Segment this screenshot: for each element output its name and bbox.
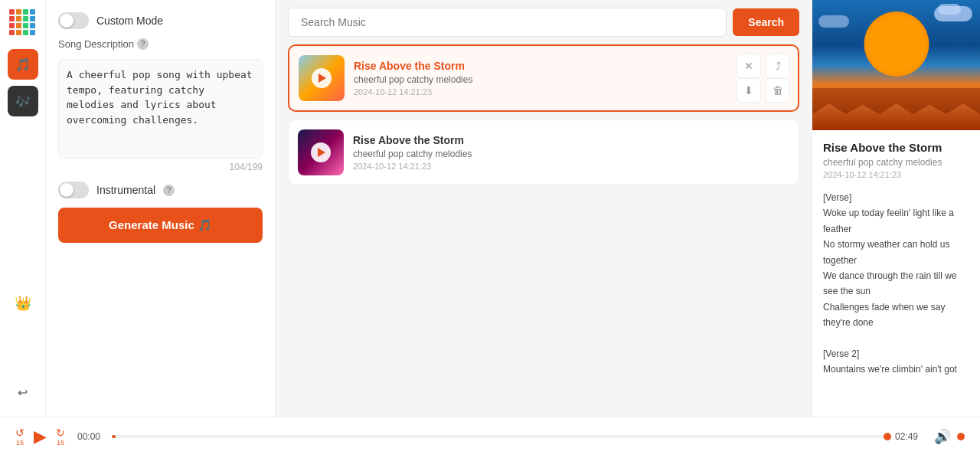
progress-fill bbox=[112, 435, 116, 438]
right-panel-tags: cheerful pop catchy melodies bbox=[823, 157, 969, 168]
right-panel-date: 2024-10-12 14:21:23 bbox=[823, 170, 969, 179]
time-current: 00:00 bbox=[77, 431, 104, 442]
volume-dot bbox=[957, 433, 965, 440]
art-cloud-3 bbox=[818, 15, 849, 28]
song-card-1[interactable]: Rise Above the Storm cheerful pop catchy… bbox=[288, 119, 799, 185]
play-triangle-0 bbox=[318, 74, 326, 83]
description-wrapper: A cheerful pop song with upbeat tempo, f… bbox=[58, 59, 263, 172]
crown-icon: 👑 bbox=[15, 295, 31, 312]
main-content: Search Rise Above the Storm cheerful pop… bbox=[276, 0, 812, 417]
right-panel: Rise Above the Storm cheerful pop catchy… bbox=[812, 0, 980, 417]
song-card-0[interactable]: Rise Above the Storm cheerful pop catchy… bbox=[288, 44, 799, 112]
song-tags-0: cheerful pop catchy melodies bbox=[354, 74, 779, 85]
player-bar: ↺ 15 ▶ ↻ 15 00:00 02:49 🔊 bbox=[0, 417, 980, 455]
art-sun bbox=[864, 11, 929, 77]
volume-icon[interactable]: 🔊 bbox=[934, 428, 951, 445]
volume-area: 🔊 bbox=[934, 428, 965, 445]
song-title-0: Rise Above the Storm bbox=[354, 60, 779, 72]
song-date-0: 2024-10-12 14:21:23 bbox=[354, 87, 779, 97]
instrumental-label: Instrumental bbox=[96, 184, 155, 196]
music-icon: 🎵 bbox=[15, 57, 31, 72]
art-cloud-2 bbox=[938, 4, 961, 15]
lyrics-text: [Verse] Woke up today feelin' light like… bbox=[823, 190, 969, 378]
song-title-1: Rise Above the Storm bbox=[353, 134, 789, 146]
rewind-icon: ↺ bbox=[15, 427, 24, 439]
song-date-1: 2024-10-12 14:21:23 bbox=[353, 162, 789, 171]
sidebar-item-exit[interactable]: ↩ bbox=[8, 377, 38, 408]
sidebar-item-music[interactable]: 🎵 bbox=[8, 49, 38, 80]
play-triangle-1 bbox=[318, 148, 325, 157]
song-tags-1: cheerful pop catchy melodies bbox=[353, 149, 789, 159]
progress-area: 00:00 02:49 bbox=[77, 431, 922, 442]
app-logo bbox=[9, 9, 37, 37]
char-count: 104/199 bbox=[58, 162, 263, 172]
forward-label: 15 bbox=[57, 439, 64, 447]
custom-mode-toggle[interactable] bbox=[58, 12, 89, 29]
instrumental-help-icon[interactable]: ? bbox=[163, 185, 175, 196]
description-help-icon[interactable]: ? bbox=[137, 38, 149, 50]
forward-button[interactable]: ↻ 15 bbox=[56, 427, 65, 447]
description-label: Song Description ? bbox=[58, 38, 263, 50]
left-panel: Custom Mode Song Description ? A cheerfu… bbox=[46, 0, 276, 417]
sidebar-item-notes[interactable]: 🎶 bbox=[8, 86, 38, 116]
right-panel-title: Rise Above the Storm bbox=[823, 141, 969, 154]
rewind-button[interactable]: ↺ 15 bbox=[15, 427, 24, 447]
sidebar: 🎵 🎶 👑 ↩ bbox=[0, 0, 46, 417]
songs-list: Rise Above the Storm cheerful pop catchy… bbox=[276, 44, 812, 417]
exit-icon: ↩ bbox=[18, 385, 28, 400]
custom-mode-row: Custom Mode bbox=[58, 12, 263, 29]
song-thumb-0 bbox=[299, 55, 345, 101]
share-button-0[interactable]: ⤴ bbox=[766, 54, 790, 78]
download-button-0[interactable]: ⬇ bbox=[737, 78, 761, 103]
instrumental-row: Instrumental ? bbox=[58, 182, 263, 198]
instrumental-toggle-knob bbox=[60, 183, 74, 197]
progress-bar[interactable] bbox=[112, 435, 887, 438]
search-input[interactable] bbox=[288, 8, 727, 37]
song-thumb-1 bbox=[298, 129, 344, 175]
instrumental-toggle[interactable] bbox=[58, 182, 89, 198]
album-art bbox=[812, 0, 980, 130]
shuffle-button-0[interactable]: ✕ bbox=[737, 54, 761, 78]
notes-icon: 🎶 bbox=[15, 94, 31, 109]
time-total: 02:49 bbox=[895, 431, 922, 442]
song-info-1: Rise Above the Storm cheerful pop catchy… bbox=[353, 134, 789, 171]
toggle-knob bbox=[60, 14, 74, 28]
description-textarea[interactable]: A cheerful pop song with upbeat tempo, f… bbox=[58, 59, 263, 159]
search-button[interactable]: Search bbox=[733, 8, 799, 36]
play-button[interactable]: ▶ bbox=[34, 427, 47, 447]
play-icon: ▶ bbox=[34, 427, 47, 447]
generate-button[interactable]: Generate Music 🎵 bbox=[58, 208, 263, 243]
forward-icon: ↻ bbox=[56, 427, 65, 439]
right-info: Rise Above the Storm cheerful pop catchy… bbox=[812, 130, 980, 388]
song-info-0: Rise Above the Storm cheerful pop catchy… bbox=[354, 60, 779, 97]
thumb-play-overlay-0[interactable] bbox=[312, 68, 332, 88]
search-bar-row: Search bbox=[276, 0, 812, 44]
custom-mode-label: Custom Mode bbox=[96, 15, 163, 27]
player-controls: ↺ 15 ▶ ↻ 15 bbox=[15, 427, 65, 447]
rewind-label: 15 bbox=[16, 439, 24, 447]
description-section: Song Description ? bbox=[58, 38, 263, 50]
sidebar-item-crown[interactable]: 👑 bbox=[8, 288, 38, 319]
progress-dot bbox=[884, 433, 891, 440]
thumb-play-overlay-1[interactable] bbox=[311, 142, 331, 162]
delete-button-0[interactable]: 🗑 bbox=[766, 78, 790, 103]
